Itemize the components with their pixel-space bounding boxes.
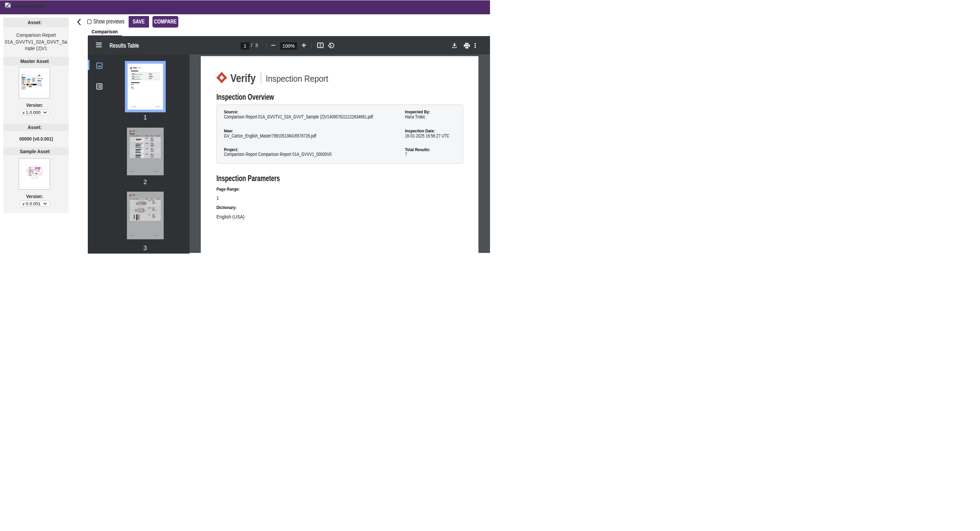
svg-text:1: 1 (145, 201, 147, 205)
svg-text:Biftomucin: Biftomucin (29, 169, 35, 171)
svg-text:H: H (135, 209, 137, 212)
svg-text:H9H: H9H (138, 201, 145, 205)
svg-text:1C5: 1C5 (138, 209, 145, 212)
